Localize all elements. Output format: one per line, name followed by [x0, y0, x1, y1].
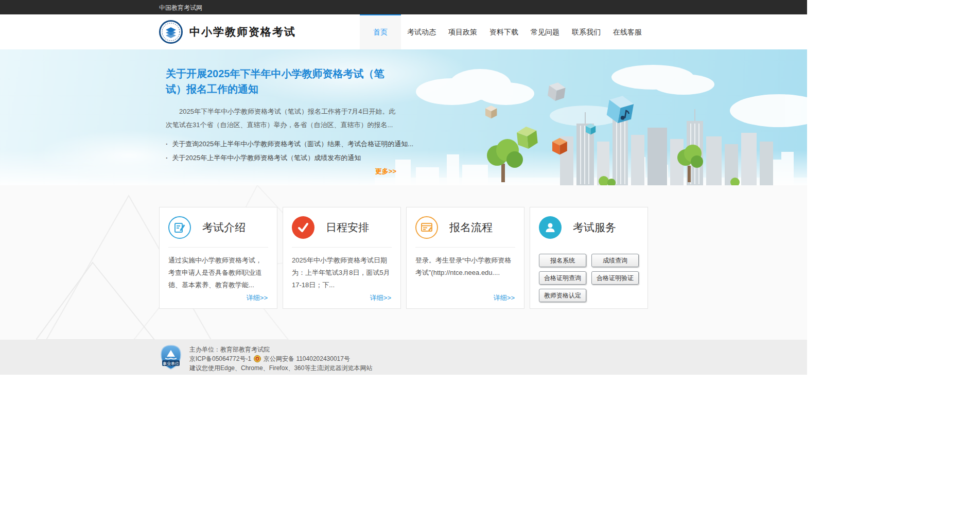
browser-tip: 建议您使用Edge、Chrome、Firefox、360等主流浏览器浏览本网站	[189, 363, 372, 373]
feature-section: 考试介绍 通过实施中小学教师资格考试，考查申请人是否具备教师职业道德、基本素养、…	[0, 185, 807, 340]
cube-green	[516, 126, 538, 150]
news-link-2[interactable]: 关于2025年上半年中小学教师资格考试（笔试）成绩发布的通知	[166, 151, 406, 165]
institution-badge-icon: 事业单位	[159, 345, 183, 370]
card-exam-intro: 考试介绍 通过实施中小学教师资格考试，考查申请人是否具备教师职业道德、基本素养、…	[159, 207, 277, 309]
nav-item-contact[interactable]: 联系我们	[566, 14, 607, 49]
card-title: 考试介绍	[202, 220, 246, 235]
check-icon	[292, 216, 314, 239]
site-network-link[interactable]: 中国教育考试网	[159, 4, 202, 11]
user-icon	[539, 216, 562, 239]
logo-icon	[159, 20, 183, 44]
pencil-icon	[168, 216, 191, 239]
certificate-query-button[interactable]: 合格证明查询	[539, 271, 586, 285]
hero-illustration	[344, 62, 807, 185]
police-badge-icon	[254, 355, 261, 362]
organizer-text: 主办单位：教育部教育考试院	[189, 345, 372, 354]
badge-label: 事业单位	[163, 361, 179, 366]
footer: 事业单位 主办单位：教育部教育考试院 京ICP备05064772号-1 京公网安…	[0, 340, 807, 375]
form-icon	[415, 216, 438, 239]
main-nav: 首页 考试动态 项目政策 资料下载 常见问题 联系我们 在线客服	[360, 14, 648, 49]
hero-news-list: 关于查询2025年上半年中小学教师资格考试（面试）结果、考试合格证明的通知...…	[166, 137, 406, 165]
card-signup-process: 报名流程 登录。考生登录“中小学教师资格考试”(http://ntce.neea…	[406, 207, 524, 309]
exam-intro-detail-link[interactable]: 详细>>	[247, 293, 268, 303]
hero-notice-title[interactable]: 关于开展2025年下半年中小学教师资格考试（笔试）报名工作的通知	[166, 66, 398, 97]
footer-text-block: 主办单位：教育部教育考试院 京ICP备05064772号-1 京公网安备 110…	[189, 345, 372, 373]
card-body: 2025年中小学教师资格考试日期为：上半年笔试3月8日，面试5月17-18日；下…	[292, 248, 392, 291]
police-record-link[interactable]: 京公网安备 11040202430017号	[264, 354, 350, 363]
service-buttons: 报名系统 成绩查询 合格证明查询 合格证明验证 教师资格认定	[539, 248, 639, 302]
score-query-button[interactable]: 成绩查询	[591, 254, 639, 267]
page: 中国教育考试网 中小学教师资格考试	[0, 0, 807, 375]
signup-process-detail-link[interactable]: 详细>>	[494, 293, 515, 303]
schedule-detail-link[interactable]: 详细>>	[370, 293, 391, 303]
card-exam-service: 考试服务 报名系统 成绩查询 合格证明查询 合格证明验证 教师资格认定	[530, 207, 648, 309]
signup-system-button[interactable]: 报名系统	[539, 254, 586, 267]
nav-item-home[interactable]: 首页	[360, 14, 401, 49]
nav-item-faq[interactable]: 常见问题	[524, 14, 566, 49]
teacher-certification-button[interactable]: 教师资格认定	[539, 289, 586, 302]
hero-summary: 2025年下半年中小学教师资格考试（笔试）报名工作将于7月4日开始。此次笔试在3…	[166, 105, 396, 132]
header: 中小学教师资格考试 首页 考试动态 项目政策 资料下载 常见问题 联系我们 在线…	[0, 14, 807, 49]
cube-gray	[547, 81, 566, 102]
card-body: 登录。考生登录“中小学教师资格考试”(http://ntce.neea.edu.…	[415, 248, 515, 279]
site-title: 中小学教师资格考试	[189, 25, 296, 39]
hero-banner: 关于开展2025年下半年中小学教师资格考试（笔试）报名工作的通知 2025年下半…	[0, 49, 807, 185]
certificate-verify-button[interactable]: 合格证明验证	[591, 271, 639, 285]
news-link-1[interactable]: 关于查询2025年上半年中小学教师资格考试（面试）结果、考试合格证明的通知...	[166, 137, 406, 151]
cards-row: 考试介绍 通过实施中小学教师资格考试，考查申请人是否具备教师职业道德、基本素养、…	[159, 185, 648, 309]
hero-content: 关于开展2025年下半年中小学教师资格考试（笔试）报名工作的通知 2025年下半…	[159, 49, 406, 176]
card-schedule: 日程安排 2025年中小学教师资格考试日期为：上半年笔试3月8日，面试5月17-…	[283, 207, 401, 309]
more-link[interactable]: 更多>>	[166, 167, 396, 176]
card-title: 报名流程	[449, 220, 493, 235]
brand[interactable]: 中小学教师资格考试	[159, 20, 296, 44]
icp-link[interactable]: 京ICP备05064772号-1	[189, 354, 251, 363]
nav-item-policy[interactable]: 项目政策	[442, 14, 483, 49]
nav-item-downloads[interactable]: 资料下载	[483, 14, 524, 49]
card-title: 考试服务	[573, 220, 616, 235]
cube-tan	[485, 106, 497, 118]
topbar: 中国教育考试网	[0, 0, 807, 14]
card-title: 日程安排	[326, 220, 369, 235]
nav-item-online-service[interactable]: 在线客服	[607, 14, 648, 49]
card-body: 通过实施中小学教师资格考试，考查申请人是否具备教师职业道德、基本素养、教育教学能…	[168, 248, 268, 291]
nav-item-exam-news[interactable]: 考试动态	[401, 14, 442, 49]
